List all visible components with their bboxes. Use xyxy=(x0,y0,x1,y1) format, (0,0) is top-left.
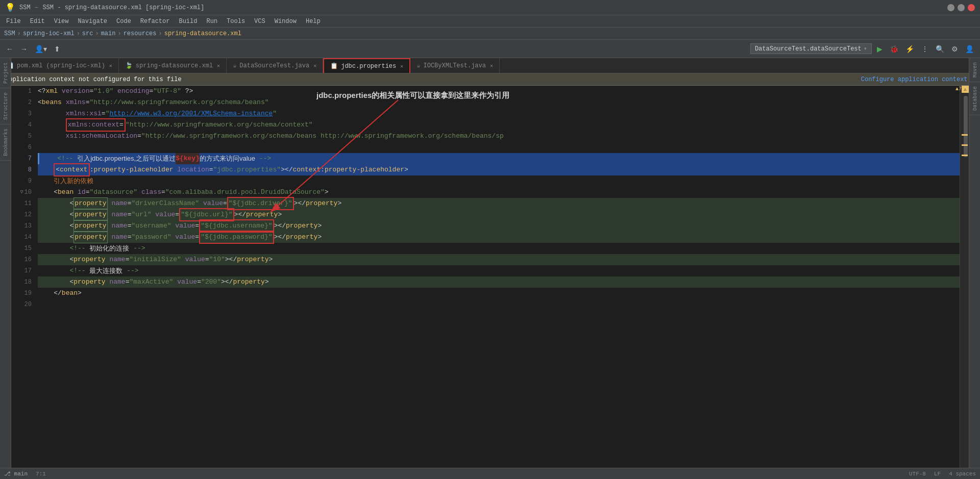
title-bar-left: 💡 SSM – SSM - spring-datasource.xml [spr… xyxy=(5,3,204,13)
warning-marker-1 xyxy=(962,134,968,136)
maven-tab-label: Maven xyxy=(972,62,978,78)
run-config-dropdown-icon: ▾ xyxy=(864,45,867,53)
warning-marker-2 xyxy=(962,144,968,146)
menu-window[interactable]: Window xyxy=(271,17,301,26)
code-content[interactable]: <?xml version="1.0" encoding="UTF-8" ?> … xyxy=(36,86,960,479)
line-num-8: 8 xyxy=(11,164,32,175)
tab-spring-datasource-close[interactable]: ✕ xyxy=(217,63,220,69)
menu-run[interactable]: Run xyxy=(202,17,222,26)
breadcrumb-project[interactable]: spring-ioc-xml xyxy=(23,30,75,37)
app-icon: 💡 xyxy=(5,3,15,13)
tab-pom[interactable]: 📄 pom.xml (spring-ioc-xml) ✕ xyxy=(0,58,119,73)
project-panel-tab[interactable]: Project xyxy=(0,58,11,88)
notification-bar: Application context not configured for t… xyxy=(0,73,980,86)
xmlns-context-highlight: xmlns:context= xyxy=(66,118,126,132)
tab-iocbyxml-test-close[interactable]: ✕ xyxy=(490,63,493,69)
menu-code[interactable]: Code xyxy=(112,17,135,26)
line-num-10: ▽10 xyxy=(11,187,32,198)
tab-datasource-test[interactable]: ☕ DataSourceTest.java ✕ xyxy=(227,58,323,73)
error-indicator: ⚠ xyxy=(962,86,969,93)
title-text: SSM - spring-datasource.xml [spring-ioc-… xyxy=(42,4,204,11)
bookmarks-panel-tab[interactable]: Bookmarks xyxy=(0,124,11,161)
back-button[interactable]: ← xyxy=(4,44,15,54)
debug-button[interactable]: 🐞 xyxy=(888,44,900,54)
scroll-thumb[interactable] xyxy=(964,96,968,157)
tab-pom-close[interactable]: ✕ xyxy=(109,63,112,69)
avatar-button[interactable]: 👤 xyxy=(963,44,976,54)
fold-icon-10[interactable]: ▽ xyxy=(20,187,23,198)
menu-bar: File Edit View Navigate Code Refactor Bu… xyxy=(0,15,980,28)
profile-button[interactable]: 👤▾ xyxy=(33,44,49,54)
line-num-1: 1 xyxy=(11,86,32,97)
property-tag-11: property xyxy=(74,197,107,210)
forward-button[interactable]: → xyxy=(18,44,30,54)
tab-spring-datasource-icon: 🍃 xyxy=(125,62,133,69)
breadcrumb-main[interactable]: main xyxy=(101,30,116,37)
tab-pom-label: pom.xml (spring-ioc-xml) xyxy=(17,62,105,69)
menu-tools[interactable]: Tools xyxy=(223,17,249,26)
property-tag-14: property xyxy=(74,231,107,243)
line-num-18: 18 xyxy=(11,276,32,288)
status-encoding: UTF-8 xyxy=(909,471,926,477)
line-num-19: 19 xyxy=(11,288,32,299)
line-num-5: 5 xyxy=(11,131,32,142)
tab-spring-datasource[interactable]: 🍃 spring-datasource.xml ✕ xyxy=(119,58,227,73)
breadcrumb-resources[interactable]: resources xyxy=(124,30,157,37)
breadcrumb-src[interactable]: src xyxy=(82,30,93,37)
tab-jdbc-properties-close[interactable]: ✕ xyxy=(400,63,403,69)
database-panel-tab[interactable]: Database xyxy=(969,82,980,115)
breadcrumb-file[interactable]: spring-datasource.xml xyxy=(164,30,241,37)
menu-ssm[interactable]: SSM xyxy=(19,4,31,11)
status-bar: ⎇ main 7:1 UTF-8 LF 4 spaces xyxy=(0,468,980,479)
breadcrumb-sep4: › xyxy=(117,30,121,37)
run-config-selector[interactable]: DataSourceTest.dataSourceTest ▾ xyxy=(750,43,872,54)
notification-message: Application context not configured for t… xyxy=(5,76,182,83)
search-button[interactable]: 🔍 xyxy=(934,44,946,54)
tab-datasource-test-label: DataSourceTest.java xyxy=(239,62,309,69)
editor[interactable]: 1 2 3 4 5 6 7 8 9 ▽10 11 12 13 14 15 16 … xyxy=(11,86,960,479)
status-git[interactable]: ⎇ main xyxy=(4,470,28,477)
scrollbar-area[interactable]: ⚠ ▲7 xyxy=(960,86,969,479)
settings-button[interactable]: ⚙ xyxy=(949,44,960,54)
code-line-19: </bean> xyxy=(38,288,960,299)
line-num-15: 15 xyxy=(11,243,32,254)
run-with-coverage-button[interactable]: ⚡ xyxy=(903,44,916,54)
structure-panel-tab[interactable]: Structure xyxy=(0,88,11,124)
menu-vcs[interactable]: VCS xyxy=(250,17,270,26)
configure-link[interactable]: Configure application context ⚙ xyxy=(861,75,975,83)
line-num-3: 3 xyxy=(11,108,32,119)
code-line-12: <property name="url" value="${jdbc.url}"… xyxy=(38,209,960,220)
code-line-17: <!-- 最大连接数 --> xyxy=(38,265,960,276)
code-line-6 xyxy=(38,142,960,153)
tab-iocbyxml-test[interactable]: ☕ IOCByXMLTest.java ✕ xyxy=(410,58,500,73)
maven-panel-tab[interactable]: Maven xyxy=(969,58,980,82)
menu-build[interactable]: Build xyxy=(175,17,201,26)
line-num-9: 9 xyxy=(11,175,32,187)
line-num-6: 6 xyxy=(11,142,32,153)
breadcrumb-sep1: › xyxy=(17,30,21,37)
close-button[interactable] xyxy=(968,4,975,11)
code-line-10: <bean id="datasource" class="com.alibaba… xyxy=(38,187,960,198)
line-num-14: 14 xyxy=(11,232,32,243)
up-button[interactable]: ⬆ xyxy=(52,44,62,54)
minimize-button[interactable] xyxy=(947,4,954,11)
tab-datasource-test-close[interactable]: ✕ xyxy=(313,63,316,69)
code-line-13: <property name="username" value="${jdbc.… xyxy=(38,220,960,232)
warning-marker-3 xyxy=(962,155,968,156)
menu-file[interactable]: File xyxy=(2,17,25,26)
menu-view[interactable]: View xyxy=(50,17,73,26)
code-line-16: <property name="initialSize" value="10">… xyxy=(38,254,960,265)
menu-refactor[interactable]: Refactor xyxy=(136,17,174,26)
menu-edit[interactable]: Edit xyxy=(26,17,49,26)
breadcrumb-sep2: › xyxy=(77,30,80,37)
more-run-button[interactable]: ⋮ xyxy=(919,44,930,54)
tab-jdbc-properties[interactable]: 📋 jdbc.properties ✕ xyxy=(323,58,410,73)
line-num-13: 13 xyxy=(11,220,32,232)
menu-help[interactable]: Help xyxy=(302,17,325,26)
tab-spring-datasource-label: spring-datasource.xml xyxy=(136,62,213,69)
breadcrumb-ssm[interactable]: SSM xyxy=(4,30,15,37)
maximize-button[interactable] xyxy=(958,4,965,11)
run-config-label: DataSourceTest.dataSourceTest xyxy=(755,45,862,53)
run-button[interactable]: ▶ xyxy=(875,44,885,54)
menu-navigate[interactable]: Navigate xyxy=(74,17,111,26)
